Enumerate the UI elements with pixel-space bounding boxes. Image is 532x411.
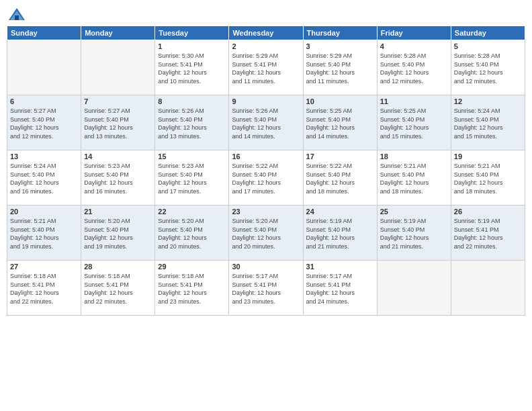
day-info: Sunrise: 5:24 AM Sunset: 5:40 PM Dayligh… [454,107,522,140]
day-cell: 7Sunrise: 5:27 AM Sunset: 5:40 PM Daylig… [81,95,155,150]
day-number: 30 [232,263,300,271]
day-info: Sunrise: 5:21 AM Sunset: 5:40 PM Dayligh… [380,162,448,195]
day-number: 3 [306,42,374,50]
day-cell [81,40,155,95]
day-cell: 26Sunrise: 5:19 AM Sunset: 5:41 PM Dayli… [451,205,525,261]
day-cell: 8Sunrise: 5:26 AM Sunset: 5:40 PM Daylig… [155,95,229,150]
day-number: 17 [306,152,374,161]
day-number: 29 [158,263,226,271]
day-number: 31 [306,263,374,271]
day-info: Sunrise: 5:18 AM Sunset: 5:41 PM Dayligh… [10,272,78,306]
day-cell: 20Sunrise: 5:21 AM Sunset: 5:40 PM Dayli… [7,205,81,261]
day-number: 20 [10,208,78,216]
day-info: Sunrise: 5:24 AM Sunset: 5:40 PM Dayligh… [10,162,78,195]
day-cell: 17Sunrise: 5:22 AM Sunset: 5:40 PM Dayli… [303,150,377,205]
day-number: 26 [454,208,522,216]
day-number: 28 [84,263,152,271]
day-number: 21 [84,208,152,216]
day-number: 11 [380,97,448,105]
day-cell: 13Sunrise: 5:24 AM Sunset: 5:40 PM Dayli… [7,150,81,205]
day-info: Sunrise: 5:27 AM Sunset: 5:40 PM Dayligh… [10,107,78,140]
day-number: 25 [380,208,448,216]
day-info: Sunrise: 5:26 AM Sunset: 5:40 PM Dayligh… [158,107,226,140]
day-number: 12 [454,97,522,105]
header-tuesday: Tuesday [155,26,229,40]
week-row-2: 6Sunrise: 5:27 AM Sunset: 5:40 PM Daylig… [7,95,525,150]
day-number: 19 [454,152,522,161]
day-info: Sunrise: 5:22 AM Sunset: 5:40 PM Dayligh… [306,162,374,195]
header-wednesday: Wednesday [229,26,303,40]
day-cell: 14Sunrise: 5:23 AM Sunset: 5:40 PM Dayli… [81,150,155,205]
day-cell: 31Sunrise: 5:17 AM Sunset: 5:41 PM Dayli… [303,261,377,316]
day-number: 24 [306,208,374,216]
week-row-5: 27Sunrise: 5:18 AM Sunset: 5:41 PM Dayli… [7,261,525,316]
day-cell: 16Sunrise: 5:22 AM Sunset: 5:40 PM Dayli… [229,150,303,205]
day-number: 2 [232,42,300,50]
day-cell: 29Sunrise: 5:18 AM Sunset: 5:41 PM Dayli… [155,261,229,316]
day-number: 8 [158,97,226,105]
header-saturday: Saturday [451,26,525,40]
page: Sunday Monday Tuesday Wednesday Thursday… [0,0,532,411]
day-cell: 28Sunrise: 5:18 AM Sunset: 5:41 PM Dayli… [81,261,155,316]
day-number: 15 [158,152,226,161]
day-cell [451,261,525,316]
day-number: 27 [10,263,78,271]
calendar: Sunday Monday Tuesday Wednesday Thursday… [7,26,525,316]
day-info: Sunrise: 5:23 AM Sunset: 5:40 PM Dayligh… [158,162,226,195]
week-row-1: 1Sunrise: 5:30 AM Sunset: 5:41 PM Daylig… [7,40,525,95]
day-number: 9 [232,97,300,105]
day-cell: 6Sunrise: 5:27 AM Sunset: 5:40 PM Daylig… [7,95,81,150]
day-cell: 24Sunrise: 5:19 AM Sunset: 5:40 PM Dayli… [303,205,377,261]
day-info: Sunrise: 5:20 AM Sunset: 5:40 PM Dayligh… [232,217,300,250]
day-info: Sunrise: 5:19 AM Sunset: 5:41 PM Dayligh… [454,217,522,250]
day-cell: 11Sunrise: 5:25 AM Sunset: 5:40 PM Dayli… [377,95,451,150]
day-info: Sunrise: 5:21 AM Sunset: 5:40 PM Dayligh… [454,162,522,195]
day-info: Sunrise: 5:27 AM Sunset: 5:40 PM Dayligh… [84,107,152,140]
day-cell: 5Sunrise: 5:28 AM Sunset: 5:40 PM Daylig… [451,40,525,95]
header-sunday: Sunday [7,26,81,40]
day-cell: 10Sunrise: 5:25 AM Sunset: 5:40 PM Dayli… [303,95,377,150]
day-number: 23 [232,208,300,216]
day-info: Sunrise: 5:20 AM Sunset: 5:40 PM Dayligh… [84,217,152,250]
day-info: Sunrise: 5:18 AM Sunset: 5:41 PM Dayligh… [84,272,152,306]
day-info: Sunrise: 5:26 AM Sunset: 5:40 PM Dayligh… [232,107,300,140]
day-cell: 4Sunrise: 5:28 AM Sunset: 5:40 PM Daylig… [377,40,451,95]
header-thursday: Thursday [303,26,377,40]
header-friday: Friday [377,26,451,40]
day-info: Sunrise: 5:29 AM Sunset: 5:41 PM Dayligh… [232,52,300,85]
day-cell: 23Sunrise: 5:20 AM Sunset: 5:40 PM Dayli… [229,205,303,261]
svg-rect-2 [15,15,19,20]
day-number: 10 [306,97,374,105]
day-info: Sunrise: 5:18 AM Sunset: 5:41 PM Dayligh… [158,272,226,306]
day-info: Sunrise: 5:17 AM Sunset: 5:41 PM Dayligh… [306,272,374,306]
day-cell: 2Sunrise: 5:29 AM Sunset: 5:41 PM Daylig… [229,40,303,95]
day-info: Sunrise: 5:20 AM Sunset: 5:40 PM Dayligh… [158,217,226,250]
day-info: Sunrise: 5:29 AM Sunset: 5:40 PM Dayligh… [306,52,374,85]
day-number: 14 [84,152,152,161]
day-cell: 19Sunrise: 5:21 AM Sunset: 5:40 PM Dayli… [451,150,525,205]
day-info: Sunrise: 5:23 AM Sunset: 5:40 PM Dayligh… [84,162,152,195]
header-monday: Monday [81,26,155,40]
day-number: 22 [158,208,226,216]
day-info: Sunrise: 5:25 AM Sunset: 5:40 PM Dayligh… [380,107,448,140]
day-number: 6 [10,97,78,105]
day-cell [7,40,81,95]
day-number: 18 [380,152,448,161]
day-cell: 22Sunrise: 5:20 AM Sunset: 5:40 PM Dayli… [155,205,229,261]
day-info: Sunrise: 5:22 AM Sunset: 5:40 PM Dayligh… [232,162,300,195]
week-row-4: 20Sunrise: 5:21 AM Sunset: 5:40 PM Dayli… [7,205,525,261]
day-info: Sunrise: 5:28 AM Sunset: 5:40 PM Dayligh… [454,52,522,85]
day-cell: 12Sunrise: 5:24 AM Sunset: 5:40 PM Dayli… [451,95,525,150]
day-number: 16 [232,152,300,161]
day-cell: 9Sunrise: 5:26 AM Sunset: 5:40 PM Daylig… [229,95,303,150]
day-number: 5 [454,42,522,50]
day-cell: 30Sunrise: 5:17 AM Sunset: 5:41 PM Dayli… [229,261,303,316]
week-row-3: 13Sunrise: 5:24 AM Sunset: 5:40 PM Dayli… [7,150,525,205]
day-cell: 15Sunrise: 5:23 AM Sunset: 5:40 PM Dayli… [155,150,229,205]
day-info: Sunrise: 5:19 AM Sunset: 5:40 PM Dayligh… [306,217,374,250]
day-number: 4 [380,42,448,50]
day-cell: 21Sunrise: 5:20 AM Sunset: 5:40 PM Dayli… [81,205,155,261]
day-cell: 27Sunrise: 5:18 AM Sunset: 5:41 PM Dayli… [7,261,81,316]
day-cell: 18Sunrise: 5:21 AM Sunset: 5:40 PM Dayli… [377,150,451,205]
day-cell: 1Sunrise: 5:30 AM Sunset: 5:41 PM Daylig… [155,40,229,95]
